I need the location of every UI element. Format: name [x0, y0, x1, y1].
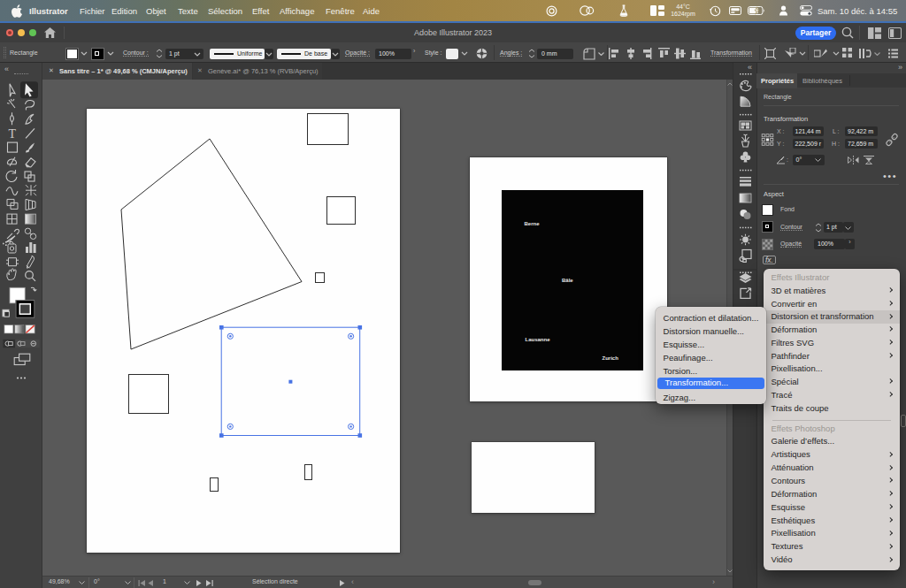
svg-text:T: T [9, 127, 17, 141]
